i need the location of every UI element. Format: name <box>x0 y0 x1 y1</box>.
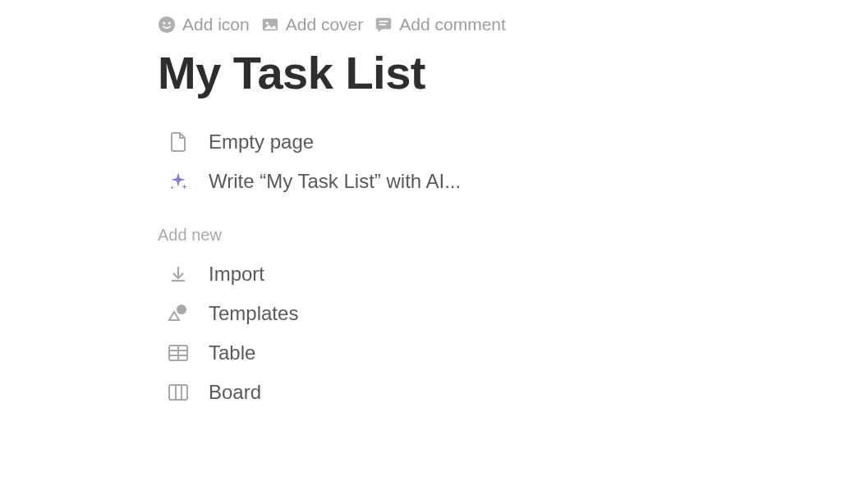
download-icon <box>168 263 189 285</box>
write-with-ai-option[interactable]: Write “My Task List” with AI... <box>158 162 841 201</box>
svg-point-4 <box>265 22 268 25</box>
document-icon <box>168 131 189 153</box>
import-option[interactable]: Import <box>158 254 841 294</box>
add-comment-label: Add comment <box>399 15 506 34</box>
shapes-icon <box>168 303 189 324</box>
empty-page-label: Empty page <box>209 131 314 153</box>
board-label: Board <box>209 381 261 404</box>
svg-rect-12 <box>169 385 187 400</box>
add-cover-button[interactable]: Add cover <box>261 15 364 34</box>
table-icon <box>168 342 189 364</box>
table-label: Table <box>209 341 255 364</box>
svg-point-1 <box>163 22 165 25</box>
add-icon-label: Add icon <box>182 15 250 34</box>
templates-label: Templates <box>209 302 298 325</box>
smiley-icon <box>158 16 176 34</box>
page-toolbar: Add icon Add cover Add comment <box>158 15 841 34</box>
svg-point-0 <box>159 16 175 33</box>
svg-point-7 <box>177 305 186 314</box>
sparkle-icon <box>168 171 189 192</box>
svg-point-2 <box>168 22 171 25</box>
board-option[interactable]: Board <box>158 373 841 412</box>
add-cover-label: Add cover <box>286 15 364 34</box>
add-comment-button[interactable]: Add comment <box>375 15 506 34</box>
comment-icon <box>375 16 393 34</box>
write-with-ai-label: Write “My Task List” with AI... <box>209 170 461 193</box>
svg-rect-5 <box>379 21 388 22</box>
board-icon <box>168 382 189 403</box>
page-title[interactable]: My Task List <box>158 46 841 99</box>
table-option[interactable]: Table <box>158 333 841 373</box>
add-new-section-label: Add new <box>158 226 841 245</box>
import-label: Import <box>209 263 264 286</box>
templates-option[interactable]: Templates <box>158 294 841 333</box>
svg-rect-6 <box>379 24 386 25</box>
add-icon-button[interactable]: Add icon <box>158 15 250 34</box>
empty-page-option[interactable]: Empty page <box>158 122 841 162</box>
image-icon <box>261 16 279 34</box>
